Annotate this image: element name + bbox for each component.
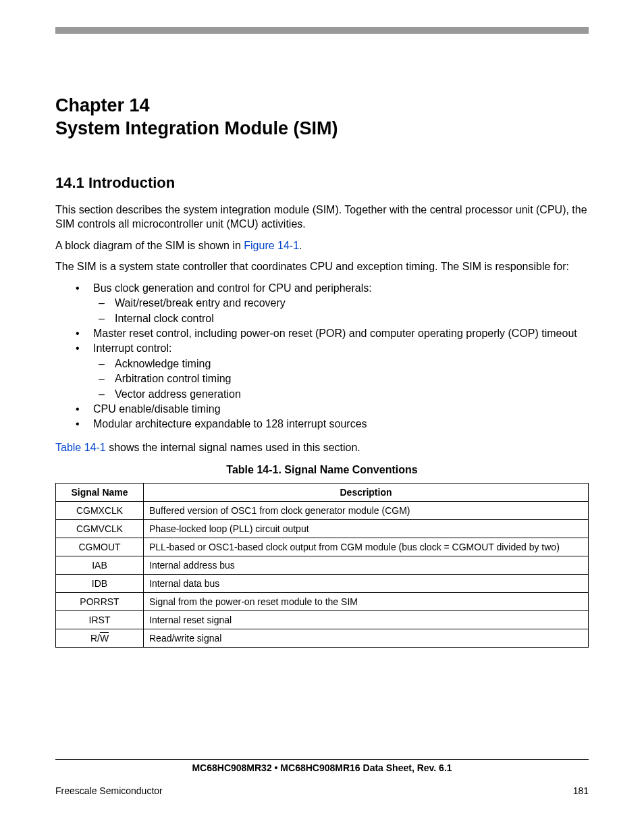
sub-list-item: Vector address generation — [93, 387, 589, 402]
cell-signal: PORRST — [56, 593, 144, 611]
table-intro-paragraph: Table 14-1 shows the internal signal nam… — [55, 440, 589, 455]
cell-description: PLL-based or OSC1-based clock output fro… — [144, 538, 589, 556]
table-header-description: Description — [144, 484, 589, 502]
sub-list-item: Wait/reset/break entry and recovery — [93, 296, 589, 311]
cell-description: Internal reset signal — [144, 611, 589, 629]
sub-list: Wait/reset/break entry and recovery Inte… — [93, 296, 589, 326]
cell-description: Signal from the power-on reset module to… — [144, 593, 589, 611]
p2-post: . — [299, 240, 302, 251]
section-heading: 14.1 Introduction — [55, 174, 589, 192]
cell-description: Internal data bus — [144, 575, 589, 593]
table-row: CGMOUT PLL-based or OSC1-based clock out… — [56, 538, 589, 556]
table-row: CGMVCLK Phase-locked loop (PLL) circuit … — [56, 520, 589, 538]
bullet-text: Bus clock generation and control for CPU… — [93, 282, 372, 294]
p4-post: shows the internal signal names used in … — [106, 442, 360, 453]
table-row: IRST Internal reset signal — [56, 611, 589, 629]
signal-name-table: Signal Name Description CGMXCLK Buffered… — [55, 483, 589, 648]
cell-signal: CGMOUT — [56, 538, 144, 556]
footer-doc-title: MC68HC908MR32 • MC68HC908MR16 Data Sheet… — [55, 759, 589, 773]
sub-list-item: Arbitration control timing — [93, 371, 589, 386]
figure-link[interactable]: Figure 14-1 — [244, 240, 299, 251]
cell-signal: R/W — [56, 629, 144, 648]
chapter-line-2: System Integration Module (SIM) — [55, 118, 338, 138]
table-row: R/W Read/write signal — [56, 629, 589, 648]
header-rule — [55, 27, 589, 34]
table-row: IDB Internal data bus — [56, 575, 589, 593]
cell-description: Internal address bus — [144, 556, 589, 575]
chapter-heading: Chapter 14 System Integration Module (SI… — [55, 95, 589, 140]
list-item: CPU enable/disable timing — [55, 402, 589, 417]
intro-paragraph-3: The SIM is a system state controller tha… — [55, 259, 589, 274]
list-item: Bus clock generation and control for CPU… — [55, 281, 589, 326]
rw-overline: W — [100, 633, 109, 644]
intro-paragraph-2: A block diagram of the SIM is shown in F… — [55, 238, 589, 253]
list-item: Master reset control, including power-on… — [55, 326, 589, 341]
table-caption: Table 14-1. Signal Name Conventions — [55, 464, 589, 476]
intro-paragraph-1: This section describes the system integr… — [55, 203, 589, 232]
sub-list-item: Acknowledge timing — [93, 357, 589, 371]
p2-pre: A block diagram of the SIM is shown in — [55, 240, 244, 251]
table-row: IAB Internal address bus — [56, 556, 589, 575]
cell-signal: IAB — [56, 556, 144, 575]
feature-list: Bus clock generation and control for CPU… — [55, 281, 589, 432]
table-row: CGMXCLK Buffered version of OSC1 from cl… — [56, 502, 589, 520]
rw-pre: R/ — [90, 633, 100, 644]
list-item: Interrupt control: Acknowledge timing Ar… — [55, 341, 589, 402]
cell-description: Read/write signal — [144, 629, 589, 648]
cell-description: Phase-locked loop (PLL) circuit output — [144, 520, 589, 538]
cell-signal: CGMVCLK — [56, 520, 144, 538]
list-item: Modular architecture expandable to 128 i… — [55, 417, 589, 432]
page-footer: MC68HC908MR32 • MC68HC908MR16 Data Sheet… — [55, 759, 589, 796]
bullet-text: Interrupt control: — [93, 342, 172, 354]
sub-list: Acknowledge timing Arbitration control t… — [93, 357, 589, 402]
table-header-row: Signal Name Description — [56, 484, 589, 502]
sub-list-item: Internal clock control — [93, 311, 589, 326]
footer-page-number: 181 — [573, 785, 589, 796]
table-header-signal: Signal Name — [56, 484, 144, 502]
footer-row: Freescale Semiconductor 181 — [55, 785, 589, 796]
cell-signal: IDB — [56, 575, 144, 593]
cell-signal: CGMXCLK — [56, 502, 144, 520]
footer-company: Freescale Semiconductor — [55, 785, 163, 796]
chapter-line-1: Chapter 14 — [55, 95, 150, 115]
cell-description: Buffered version of OSC1 from clock gene… — [144, 502, 589, 520]
table-link[interactable]: Table 14-1 — [55, 442, 106, 453]
cell-signal: IRST — [56, 611, 144, 629]
table-row: PORRST Signal from the power-on reset mo… — [56, 593, 589, 611]
